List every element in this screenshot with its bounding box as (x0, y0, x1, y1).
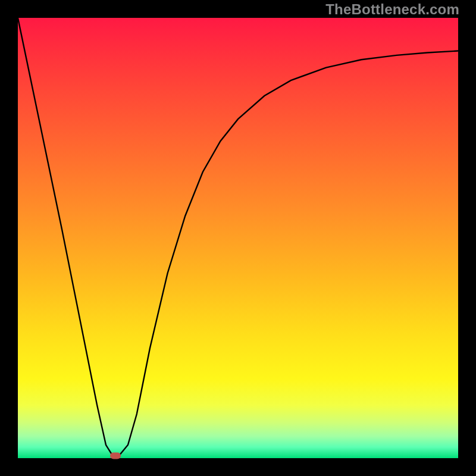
curve-path (18, 18, 458, 456)
plot-area (18, 18, 458, 458)
chart-frame: TheBottleneck.com (0, 0, 476, 476)
watermark-text: TheBottleneck.com (325, 1, 459, 18)
bottleneck-curve (18, 18, 458, 458)
minimum-point-marker (110, 452, 121, 459)
